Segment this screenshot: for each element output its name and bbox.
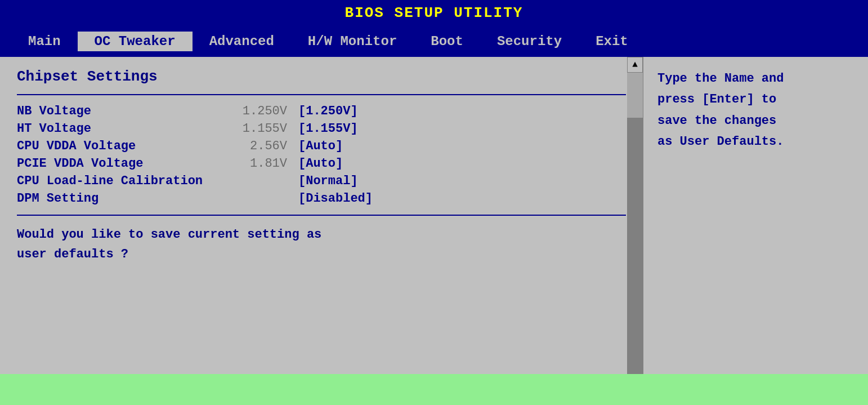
setting-value-ht-voltage: [1.155V] [298, 122, 358, 136]
scrollbar-thumb[interactable] [627, 73, 643, 118]
divider-bottom [17, 215, 626, 216]
menu-item-oc-tweaker[interactable]: OC Tweaker [78, 32, 193, 51]
setting-default-cpu-vdda: 2.56V [231, 139, 298, 153]
menu-item-advanced[interactable]: Advanced [193, 32, 291, 51]
setting-name-ht-voltage: HT Voltage [17, 122, 231, 136]
bottom-bar [0, 374, 868, 405]
setting-default-pcie-vdda: 1.81V [231, 157, 298, 171]
menu-item-hw-monitor[interactable]: H/W Monitor [291, 32, 414, 51]
setting-value-nb-voltage: [1.250V] [298, 104, 358, 118]
settings-table: NB Voltage 1.250V [1.250V] HT Voltage 1.… [17, 104, 626, 206]
setting-value-dpm: [Disabled] [298, 192, 373, 206]
menu-item-main[interactable]: Main [11, 32, 78, 51]
setting-row-nb-voltage[interactable]: NB Voltage 1.250V [1.250V] [17, 104, 626, 118]
help-text: Type the Name and press [Enter] to save … [657, 68, 854, 153]
setting-name-cpu-vdda: CPU VDDA Voltage [17, 139, 231, 153]
title-text: BIOS SETUP UTILITY [345, 5, 524, 21]
setting-value-cpu-vdda: [Auto] [298, 139, 343, 153]
setting-row-dpm[interactable]: DPM Setting [Disabled] [17, 192, 626, 206]
menu-item-boot[interactable]: Boot [414, 32, 480, 51]
menu-item-security[interactable]: Security [480, 32, 579, 51]
bios-screen: BIOS SETUP UTILITY Main OC Tweaker Advan… [0, 0, 868, 405]
title-bar: BIOS SETUP UTILITY [0, 0, 868, 26]
setting-row-load-line[interactable]: CPU Load-line Calibration [Normal] [17, 174, 626, 188]
left-panel: Chipset Settings NB Voltage 1.250V [1.25… [0, 57, 643, 374]
content-area: Chipset Settings NB Voltage 1.250V [1.25… [0, 57, 868, 374]
setting-name-dpm: DPM Setting [17, 192, 231, 206]
setting-value-pcie-vdda: [Auto] [298, 157, 343, 171]
setting-row-pcie-vdda[interactable]: PCIE VDDA Voltage 1.81V [Auto] [17, 157, 626, 171]
scrollbar-arrow-up[interactable]: ▲ [627, 57, 643, 73]
section-title: Chipset Settings [17, 68, 626, 85]
scrollbar[interactable]: ▲ [627, 57, 643, 374]
menu-item-exit[interactable]: Exit [579, 32, 645, 51]
scrollbar-track[interactable] [627, 73, 643, 374]
prompt-text: Would you like to save current setting a… [17, 225, 626, 264]
setting-default-nb-voltage: 1.250V [231, 104, 298, 118]
setting-default-ht-voltage: 1.155V [231, 122, 298, 136]
setting-name-nb-voltage: NB Voltage [17, 104, 231, 118]
setting-value-load-line: [Normal] [298, 174, 358, 188]
divider-top [17, 94, 626, 95]
setting-name-load-line: CPU Load-line Calibration [17, 174, 231, 188]
setting-name-pcie-vdda: PCIE VDDA Voltage [17, 157, 231, 171]
right-panel: Type the Name and press [Enter] to save … [643, 57, 868, 374]
menu-bar: Main OC Tweaker Advanced H/W Monitor Boo… [0, 26, 868, 57]
setting-row-ht-voltage[interactable]: HT Voltage 1.155V [1.155V] [17, 122, 626, 136]
setting-row-cpu-vdda[interactable]: CPU VDDA Voltage 2.56V [Auto] [17, 139, 626, 153]
